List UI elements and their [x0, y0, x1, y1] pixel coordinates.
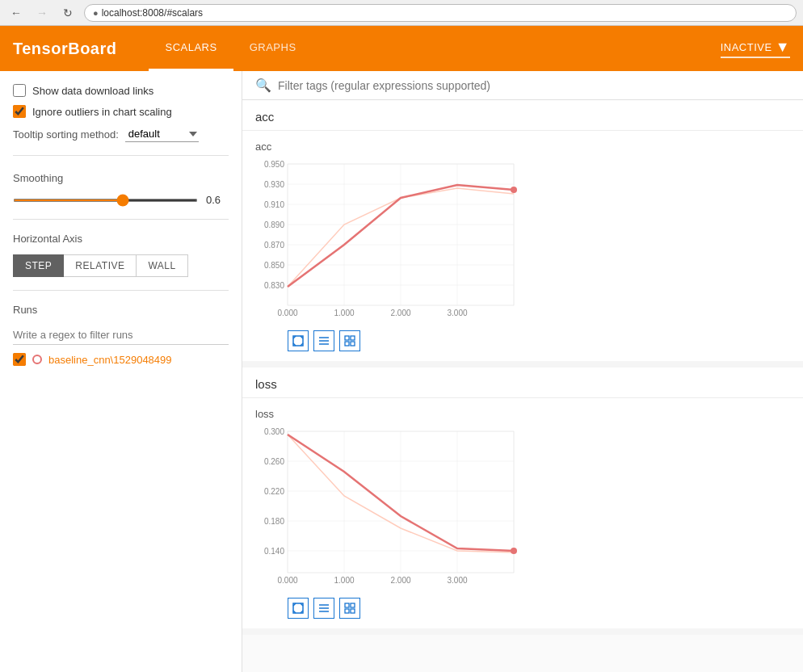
svg-rect-36	[345, 342, 349, 346]
runs-section: Runs baseline_cnn\1529048499	[13, 304, 229, 366]
acc-expand-button[interactable]	[288, 330, 309, 351]
back-button[interactable]: ←	[6, 3, 26, 23]
run-checkbox[interactable]	[13, 353, 26, 366]
tab-graphs[interactable]: GRAPHS	[233, 26, 313, 71]
svg-rect-37	[351, 342, 355, 346]
expand-icon	[292, 335, 304, 346]
options-section: Show data download links Ignore outliers…	[13, 84, 229, 156]
svg-text:1.000: 1.000	[334, 576, 354, 585]
runs-title: Runs	[13, 304, 229, 316]
data-icon	[344, 335, 355, 346]
loss-expand-button[interactable]	[288, 598, 309, 619]
loss-chart-svg: 0.300 0.260 0.220 0.180 0.140 0.000 1.00…	[255, 423, 530, 593]
filter-bar: 🔍	[242, 71, 803, 100]
smoothing-section: Smoothing 0.6	[13, 172, 229, 220]
acc-chart-actions	[255, 330, 790, 351]
axis-step-button[interactable]: STEP	[13, 254, 64, 277]
loss-chart-actions	[255, 598, 790, 619]
tooltip-select[interactable]: default ascending descending nearest	[125, 126, 199, 142]
url-icon: ●	[93, 8, 99, 18]
svg-text:0.830: 0.830	[264, 281, 284, 290]
axis-buttons: STEP RELATIVE WALL	[13, 254, 229, 277]
svg-rect-71	[351, 609, 355, 613]
smoothing-slider-row: 0.6	[13, 194, 229, 206]
acc-section-title: acc	[242, 100, 803, 131]
sidebar: Show data download links Ignore outliers…	[0, 71, 242, 672]
loss-section: loss loss	[242, 368, 803, 635]
axis-relative-button[interactable]: RELATIVE	[64, 254, 137, 277]
axis-title: Horizontal Axis	[13, 233, 229, 245]
show-download-label: Show data download links	[32, 85, 153, 97]
svg-text:0.140: 0.140	[264, 547, 284, 556]
smoothing-title: Smoothing	[13, 172, 229, 184]
status-label: INACTIVE	[721, 41, 772, 53]
loss-chart-title: loss	[255, 408, 790, 420]
show-download-row: Show data download links	[13, 84, 229, 97]
svg-text:0.890: 0.890	[264, 220, 284, 229]
acc-list-button[interactable]	[313, 330, 334, 351]
tooltip-row: Tooltip sorting method: default ascendin…	[13, 126, 229, 142]
show-download-checkbox[interactable]	[13, 84, 26, 97]
data-icon	[344, 603, 355, 614]
url-text: localhost:8008/#scalars	[102, 7, 203, 19]
runs-filter-input[interactable]	[13, 326, 229, 345]
svg-text:0.260: 0.260	[264, 457, 284, 466]
tooltip-label: Tooltip sorting method:	[13, 128, 119, 141]
svg-text:0.220: 0.220	[264, 487, 284, 496]
svg-text:0.000: 0.000	[277, 309, 297, 317]
loss-list-button[interactable]	[313, 598, 334, 619]
svg-text:3.000: 3.000	[447, 576, 467, 585]
svg-text:0.870: 0.870	[264, 241, 284, 250]
acc-data-button[interactable]	[339, 330, 360, 351]
svg-rect-35	[351, 336, 355, 340]
ignore-outliers-row: Ignore outliers in chart scaling	[13, 105, 229, 118]
status-dropdown[interactable]: INACTIVE ▼	[721, 39, 790, 58]
acc-chart-title: acc	[255, 141, 790, 153]
acc-section: acc acc	[242, 100, 803, 368]
svg-text:0.180: 0.180	[264, 517, 284, 526]
axis-wall-button[interactable]: WALL	[137, 254, 187, 277]
svg-text:2.000: 2.000	[390, 576, 410, 585]
search-icon: 🔍	[255, 78, 271, 93]
loss-chart-wrapper: 0.300 0.260 0.220 0.180 0.140 0.000 1.00…	[255, 423, 530, 593]
svg-text:0.000: 0.000	[277, 576, 297, 585]
list-icon	[318, 335, 330, 346]
svg-text:0.930: 0.930	[264, 180, 284, 189]
svg-text:3.000: 3.000	[447, 309, 467, 317]
svg-point-59	[511, 548, 517, 554]
ignore-outliers-checkbox[interactable]	[13, 105, 26, 118]
expand-icon	[292, 603, 304, 614]
content-area: 🔍 acc acc	[242, 71, 803, 672]
loss-data-button[interactable]	[339, 598, 360, 619]
filter-input[interactable]	[278, 79, 790, 92]
status-dropdown-arrow: ▼	[776, 39, 790, 56]
axis-section: Horizontal Axis STEP RELATIVE WALL	[13, 233, 229, 291]
logo: TensorBoard	[13, 40, 116, 58]
ignore-outliers-label: Ignore outliers in chart scaling	[32, 106, 172, 118]
reload-button[interactable]: ↻	[58, 3, 78, 23]
browser-chrome: ← → ↻ ● localhost:8008/#scalars	[0, 0, 803, 26]
run-dot	[32, 355, 42, 364]
forward-button[interactable]: →	[32, 3, 52, 23]
svg-rect-34	[345, 336, 349, 340]
svg-text:1.000: 1.000	[334, 309, 354, 317]
svg-text:0.300: 0.300	[264, 427, 284, 436]
acc-chart-svg: 0.950 0.930 0.910 0.890 0.870 0.850 0.83…	[255, 156, 530, 326]
run-label: baseline_cnn\1529048499	[48, 354, 172, 366]
svg-text:0.950: 0.950	[264, 160, 284, 169]
loss-section-title: loss	[242, 368, 803, 398]
svg-text:0.850: 0.850	[264, 261, 284, 270]
svg-point-25	[511, 187, 517, 193]
smoothing-slider[interactable]	[13, 199, 198, 202]
acc-chart-container: acc	[242, 131, 803, 361]
nav-tabs: SCALARS GRAPHS	[149, 26, 312, 71]
loss-chart-container: loss	[242, 398, 803, 628]
url-bar[interactable]: ● localhost:8008/#scalars	[84, 4, 797, 22]
run-item[interactable]: baseline_cnn\1529048499	[13, 353, 229, 366]
tab-scalars[interactable]: SCALARS	[149, 26, 233, 71]
svg-text:2.000: 2.000	[390, 309, 410, 317]
main-layout: Show data download links Ignore outliers…	[0, 71, 803, 672]
smoothing-value: 0.6	[206, 194, 229, 206]
acc-chart-wrapper: 0.950 0.930 0.910 0.890 0.870 0.850 0.83…	[255, 156, 530, 326]
top-nav: TensorBoard SCALARS GRAPHS INACTIVE ▼	[0, 26, 803, 71]
